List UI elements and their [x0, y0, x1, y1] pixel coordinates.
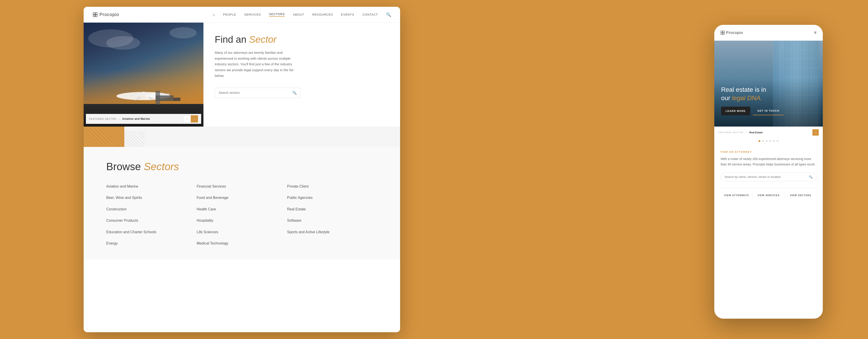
- nav-contact[interactable]: CONTACT: [362, 13, 378, 16]
- decorative-area: [84, 127, 400, 147]
- cloud-3: [169, 27, 197, 38]
- nav-resources[interactable]: RESOURCES: [312, 13, 333, 16]
- logo-text: Procopio: [99, 12, 119, 17]
- mobile-logo-icon: [721, 31, 725, 35]
- hero-title-accent: Sector: [249, 34, 276, 45]
- svg-rect-9: [156, 91, 160, 104]
- nav-logo[interactable]: Procopio: [93, 12, 119, 17]
- dot-6[interactable]: [777, 140, 778, 142]
- dot-3[interactable]: [766, 140, 768, 142]
- nav-services[interactable]: SERVICES: [244, 13, 261, 16]
- dot-5[interactable]: [773, 140, 775, 142]
- list-item[interactable]: Construction: [106, 207, 197, 212]
- list-item[interactable]: Education and Charter Schools: [106, 229, 197, 235]
- nav-people[interactable]: PEOPLE: [223, 13, 236, 16]
- featured-nav-buttons: ← →: [184, 115, 198, 123]
- svg-rect-11: [723, 31, 724, 33]
- view-services-link[interactable]: VIEW SERVICES: [753, 192, 785, 198]
- desktop-nav: Procopio ⌂ PEOPLE SERVICES SECTORS ABOUT…: [84, 7, 400, 23]
- list-item[interactable]: Consumer Products: [106, 218, 197, 223]
- desktop-window: Procopio ⌂ PEOPLE SERVICES SECTORS ABOUT…: [84, 7, 400, 332]
- learn-more-button[interactable]: LEARN MORE: [721, 107, 750, 115]
- mobile-search-icon[interactable]: 🔍: [809, 175, 813, 179]
- view-attorneys-link[interactable]: VIEW ATTORNEYS: [721, 192, 753, 198]
- list-item[interactable]: Medical Technology: [197, 241, 287, 246]
- nav-sectors[interactable]: SECTORS: [269, 12, 285, 17]
- nav-links: ⌂ PEOPLE SERVICES SECTORS ABOUT RESOURCE…: [213, 12, 391, 17]
- svg-rect-13: [723, 33, 724, 35]
- browse-title: Browse Sectors: [106, 160, 377, 173]
- dot-1[interactable]: [758, 140, 761, 142]
- search-icon[interactable]: 🔍: [386, 12, 391, 17]
- orange-pattern: [84, 127, 124, 147]
- featured-dash: —: [118, 118, 120, 120]
- dot-4[interactable]: [770, 140, 771, 142]
- mobile-hero: Real estate is inour legal DNA. LEARN MO…: [714, 41, 823, 127]
- list-item[interactable]: Food and Beverage: [197, 195, 287, 200]
- list-item[interactable]: Financial Services: [197, 184, 287, 189]
- sector-column-1: Aviation and Marine Beer, Wine and Spiri…: [106, 184, 197, 246]
- featured-prev-button[interactable]: ←: [184, 115, 191, 123]
- sector-column-3: Private Client Public Agencies Real Esta…: [287, 184, 377, 246]
- nav-about[interactable]: ABOUT: [293, 13, 304, 16]
- list-item[interactable]: Hospitality: [197, 218, 287, 223]
- list-item[interactable]: Life Sciences: [197, 229, 287, 235]
- mobile-content: FIND AN ATTORNEY With a roster of nearly…: [714, 144, 823, 205]
- mobile-featured-dash: —: [745, 131, 747, 133]
- mobile-logo-text: Procopio: [726, 31, 814, 35]
- mobile-search-bar[interactable]: 🔍: [721, 173, 816, 181]
- mobile-dots: [714, 138, 823, 144]
- featured-next-button[interactable]: →: [191, 115, 198, 123]
- view-sectors-link[interactable]: VIEW SECTORS: [784, 192, 816, 198]
- browse-title-accent: Sectors: [144, 161, 179, 173]
- search-input[interactable]: [219, 91, 292, 94]
- list-item[interactable]: Software: [287, 218, 377, 223]
- list-item[interactable]: Sports and Active Lifestyle: [287, 229, 377, 235]
- cloud-2: [106, 36, 140, 50]
- mobile-window: Procopio ≡: [714, 25, 823, 319]
- mobile-featured-label: FEATURED SECTOR: [718, 131, 743, 133]
- hero-image: [84, 23, 204, 127]
- find-attorney-label: FIND AN ATTORNEY: [721, 151, 816, 153]
- scene: Procopio ⌂ PEOPLE SERVICES SECTORS ABOUT…: [0, 0, 868, 339]
- hero-title-part1: Find an: [215, 34, 249, 45]
- dot-2[interactable]: [762, 140, 764, 142]
- list-item[interactable]: Beer, Wine and Spirits: [106, 195, 197, 200]
- list-item[interactable]: Private Client: [287, 184, 377, 189]
- list-item[interactable]: Real Estate: [287, 207, 377, 212]
- mobile-hero-text: Real estate is inour legal DNA.: [721, 86, 816, 102]
- mobile-hero-buttons: LEARN MORE GET IN TOUCH: [721, 107, 816, 115]
- list-item[interactable]: Health Care: [197, 207, 287, 212]
- svg-rect-8: [174, 98, 180, 101]
- svg-rect-10: [721, 31, 722, 33]
- hero-description: Many of our attorneys are keenly familia…: [215, 50, 301, 79]
- browse-section: Browse Sectors Aviation and Marine Beer,…: [84, 147, 400, 259]
- home-icon[interactable]: ⌂: [213, 13, 215, 17]
- mobile-featured-arrow[interactable]: →: [812, 129, 819, 135]
- svg-rect-2: [93, 15, 95, 17]
- featured-label: FEATURED SECTOR: [89, 118, 116, 120]
- hero-title: Find an Sector: [215, 34, 389, 45]
- mobile-search-input[interactable]: [724, 175, 809, 179]
- sector-column-2: Financial Services Food and Beverage Hea…: [197, 184, 287, 246]
- jetbridge-svg: [156, 91, 183, 104]
- mobile-nav: Procopio ≡: [714, 25, 823, 41]
- hero-image-area: FEATURED SECTOR — Aviation and Marine ← …: [84, 23, 204, 127]
- gray-pattern: [124, 131, 145, 147]
- browse-title-part1: Browse: [106, 161, 144, 173]
- list-item[interactable]: Aviation and Marine: [106, 184, 197, 189]
- mobile-menu-icon[interactable]: ≡: [814, 30, 816, 35]
- get-in-touch-button[interactable]: GET IN TOUCH: [753, 107, 784, 115]
- svg-rect-1: [95, 13, 97, 14]
- list-item[interactable]: Public Agencies: [287, 195, 377, 200]
- mobile-hero-text-accent: legal DNA.: [732, 94, 762, 101]
- mobile-featured-sector-name: Real Estate: [749, 131, 763, 134]
- list-item[interactable]: Energy: [106, 241, 197, 246]
- svg-rect-12: [721, 33, 722, 35]
- mobile-hero-content: Real estate is inour legal DNA. LEARN MO…: [714, 79, 823, 127]
- search-bar[interactable]: 🔍: [215, 88, 301, 98]
- hero-section: FEATURED SECTOR — Aviation and Marine ← …: [84, 23, 400, 127]
- mobile-featured-bar: FEATURED SECTOR — Real Estate →: [714, 127, 823, 138]
- nav-events[interactable]: EVENTS: [341, 13, 354, 16]
- mobile-bottom-links: VIEW ATTORNEYS VIEW SERVICES VIEW SECTOR…: [721, 188, 816, 198]
